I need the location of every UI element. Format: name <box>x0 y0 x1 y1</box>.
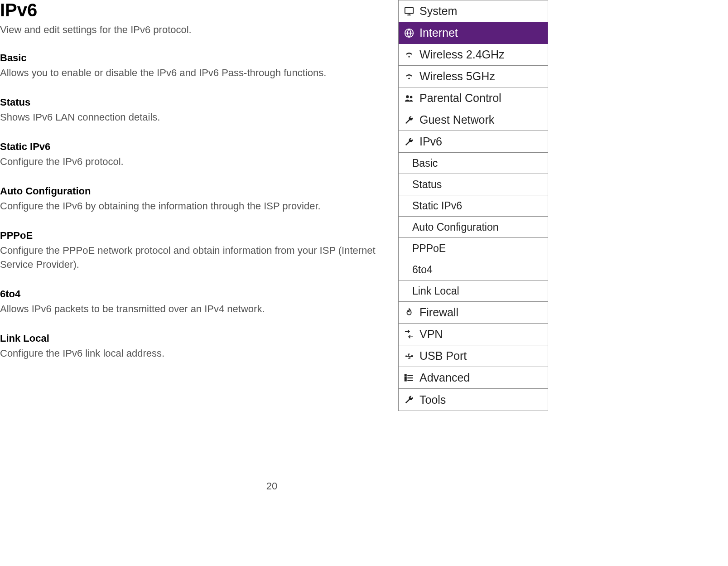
section-desc: Configure the IPv6 link local address. <box>0 346 381 361</box>
section-desc: Configure the PPPoE network protocol and… <box>0 243 381 272</box>
main-content: IPv6 View and edit settings for the IPv6… <box>0 0 385 377</box>
section-title: Status <box>0 97 381 108</box>
svg-point-8 <box>410 96 413 98</box>
nav-item-advanced[interactable]: Advanced <box>399 367 548 389</box>
section-title: Link Local <box>0 333 381 344</box>
wifi-icon <box>404 50 419 59</box>
list-icon <box>404 373 419 383</box>
svg-rect-16 <box>405 379 406 381</box>
sub-label: Link Local <box>412 285 459 297</box>
sub-item-status[interactable]: Status <box>399 174 548 195</box>
sub-item-6to4[interactable]: 6to4 <box>399 259 548 281</box>
users-icon <box>404 93 419 103</box>
section-desc: Configure the IPv6 protocol. <box>0 155 381 169</box>
wrench-icon <box>404 395 419 405</box>
section-link-local: Link Local Configure the IPv6 link local… <box>0 333 381 361</box>
nav-label: VPN <box>419 328 443 341</box>
nav-item-parental[interactable]: Parental Control <box>399 87 548 109</box>
sub-item-basic[interactable]: Basic <box>399 153 548 174</box>
svg-point-5 <box>408 56 410 57</box>
section-title: 6to4 <box>0 288 381 300</box>
nav-item-firewall[interactable]: Firewall <box>399 302 548 324</box>
nav-label: Internet <box>419 26 458 39</box>
section-title: Static IPv6 <box>0 141 381 153</box>
nav-label: Guest Network <box>419 113 494 126</box>
section-title: Auto Configuration <box>0 185 381 197</box>
monitor-icon <box>404 6 419 16</box>
svg-point-7 <box>406 95 409 98</box>
sub-label: Static IPv6 <box>412 200 462 212</box>
sub-item-static-ipv6[interactable]: Static IPv6 <box>399 195 548 217</box>
section-status: Status Shows IPv6 LAN connection details… <box>0 97 381 125</box>
nav-item-ipv6[interactable]: IPv6 <box>399 131 548 153</box>
svg-rect-14 <box>405 374 406 376</box>
section-title: PPPoE <box>0 230 381 242</box>
nav-label: Firewall <box>419 306 458 319</box>
nav-label: IPv6 <box>419 135 442 148</box>
sub-item-link-local[interactable]: Link Local <box>399 281 548 302</box>
nav-item-tools[interactable]: Tools <box>399 389 548 411</box>
fire-icon <box>404 308 419 318</box>
page-number: 20 <box>0 480 544 492</box>
nav-label: Wireless 5GHz <box>419 70 495 83</box>
nav-label: Advanced <box>419 371 470 384</box>
nav-item-vpn[interactable]: VPN <box>399 324 548 345</box>
nav-item-internet[interactable]: Internet <box>399 22 548 44</box>
section-desc: Allows you to enable or disable the IPv6… <box>0 66 381 80</box>
sub-label: Auto Configuration <box>412 221 499 233</box>
section-pppoe: PPPoE Configure the PPPoE network protoc… <box>0 230 381 272</box>
section-desc: Shows IPv6 LAN connection details. <box>0 110 381 125</box>
page-title: IPv6 <box>0 0 381 20</box>
sub-label: Status <box>412 179 442 191</box>
arrows-icon <box>404 329 419 339</box>
nav-label: Tools <box>419 393 446 406</box>
section-basic: Basic Allows you to enable or disable th… <box>0 52 381 80</box>
nav-label: Wireless 2.4GHz <box>419 48 505 61</box>
section-6to4: 6to4 Allows IPv6 packets to be transmitt… <box>0 288 381 316</box>
wifi-icon <box>404 72 419 81</box>
sub-item-auto-config[interactable]: Auto Configuration <box>399 217 548 238</box>
nav-item-wireless-5[interactable]: Wireless 5GHz <box>399 66 548 87</box>
section-auto-config: Auto Configuration Configure the IPv6 by… <box>0 185 381 213</box>
nav-item-guest[interactable]: Guest Network <box>399 109 548 131</box>
nav-item-system[interactable]: System <box>399 0 548 22</box>
svg-rect-0 <box>405 7 413 13</box>
section-desc: Allows IPv6 packets to be transmitted ov… <box>0 302 381 316</box>
nav-label: Parental Control <box>419 92 501 105</box>
section-static-ipv6: Static IPv6 Configure the IPv6 protocol. <box>0 141 381 169</box>
svg-point-6 <box>408 77 410 79</box>
nav-label: USB Port <box>419 349 467 363</box>
nav-label: System <box>419 5 457 18</box>
globe-icon <box>404 28 419 38</box>
section-desc: Configure the IPv6 by obtaining the info… <box>0 199 381 213</box>
sub-label: Basic <box>412 157 438 169</box>
page-subtitle: View and edit settings for the IPv6 prot… <box>0 24 381 36</box>
sub-label: 6to4 <box>412 264 433 276</box>
sidebar-nav: System Internet Wireless 2.4GHz Wireless… <box>398 0 548 411</box>
wrench-icon <box>404 137 419 147</box>
nav-item-usb[interactable]: USB Port <box>399 345 548 367</box>
sub-label: PPPoE <box>412 242 446 255</box>
wrench-icon <box>404 115 419 125</box>
svg-rect-15 <box>405 377 406 378</box>
section-title: Basic <box>0 52 381 64</box>
nav-item-wireless-24[interactable]: Wireless 2.4GHz <box>399 44 548 66</box>
usb-icon <box>404 351 419 361</box>
sub-item-pppoe[interactable]: PPPoE <box>399 238 548 259</box>
